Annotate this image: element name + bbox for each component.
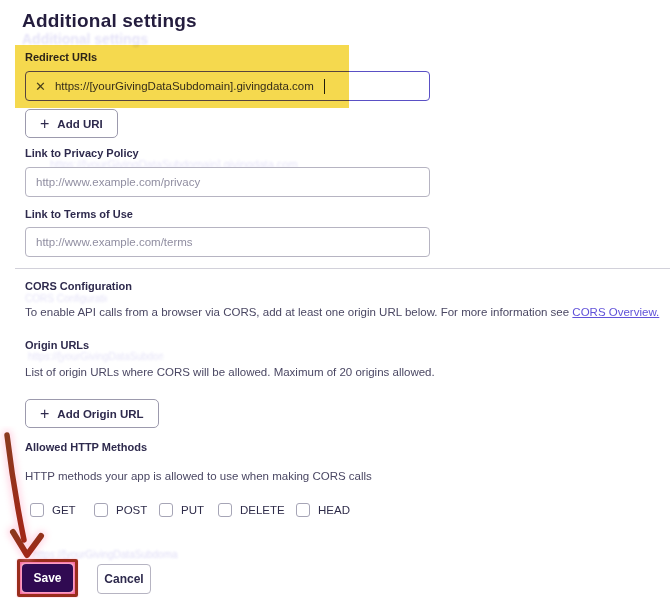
method-label: PUT <box>181 504 204 516</box>
checkbox-unchecked-icon[interactable] <box>296 503 310 517</box>
cancel-button[interactable]: Cancel <box>97 564 151 594</box>
add-uri-button[interactable]: + Add URI <box>25 109 118 138</box>
method-checkbox-delete[interactable]: DELETE <box>218 503 285 517</box>
cors-overview-link[interactable]: CORS Overview. <box>572 306 659 318</box>
checkbox-unchecked-icon[interactable] <box>94 503 108 517</box>
method-label: GET <box>52 504 76 516</box>
privacy-policy-input[interactable] <box>25 167 430 197</box>
privacy-policy-label: Link to Privacy Policy <box>25 147 139 159</box>
save-button[interactable]: Save <box>22 564 73 592</box>
artifact-ghost-text: CORS Configuration <box>25 293 107 304</box>
plus-icon: + <box>40 406 49 422</box>
checkbox-unchecked-icon[interactable] <box>218 503 232 517</box>
add-origin-url-button-label: Add Origin URL <box>57 408 143 420</box>
plus-icon: + <box>40 116 49 132</box>
section-divider <box>15 268 670 269</box>
cors-description-text: To enable API calls from a browser via C… <box>25 306 572 318</box>
add-uri-button-label: Add URI <box>57 118 102 130</box>
text-cursor <box>324 79 325 94</box>
method-checkbox-put[interactable]: PUT <box>159 503 204 517</box>
terms-of-use-input[interactable] <box>25 227 430 257</box>
allowed-http-methods-label: Allowed HTTP Methods <box>25 441 147 453</box>
artifact-ghost-title: Additional settings <box>22 31 232 47</box>
checkbox-unchecked-icon[interactable] <box>30 503 44 517</box>
redirect-uri-input[interactable]: ✕ https://[yourGivingDataSubdomain].givi… <box>25 71 430 101</box>
checkbox-unchecked-icon[interactable] <box>159 503 173 517</box>
artifact-ghost-text: https://[yourGivingDataSubdomain].giving… <box>28 351 163 362</box>
method-checkbox-head[interactable]: HEAD <box>296 503 350 517</box>
method-label: HEAD <box>318 504 350 516</box>
redirect-uri-value: https://[yourGivingDataSubdomain].giving… <box>55 80 314 92</box>
method-label: DELETE <box>240 504 285 516</box>
redirect-uris-label: Redirect URIs <box>25 51 97 63</box>
red-box-annotation: Save <box>17 559 78 597</box>
terms-of-use-label: Link to Terms of Use <box>25 208 133 220</box>
clear-x-icon[interactable]: ✕ <box>35 80 46 93</box>
additional-settings-page: Additional settings Additional settings … <box>0 0 670 598</box>
cors-description: To enable API calls from a browser via C… <box>25 306 659 318</box>
allowed-http-methods-description: HTTP methods your app is allowed to use … <box>25 470 372 482</box>
method-label: POST <box>116 504 147 516</box>
origin-urls-description: List of origin URLs where CORS will be a… <box>25 366 435 378</box>
page-title: Additional settings <box>22 10 197 32</box>
add-origin-url-button[interactable]: + Add Origin URL <box>25 399 159 428</box>
method-checkbox-post[interactable]: POST <box>94 503 147 517</box>
origin-urls-label: Origin URLs <box>25 339 89 351</box>
method-checkbox-get[interactable]: GET <box>30 503 76 517</box>
cors-configuration-label: CORS Configuration <box>25 280 132 292</box>
